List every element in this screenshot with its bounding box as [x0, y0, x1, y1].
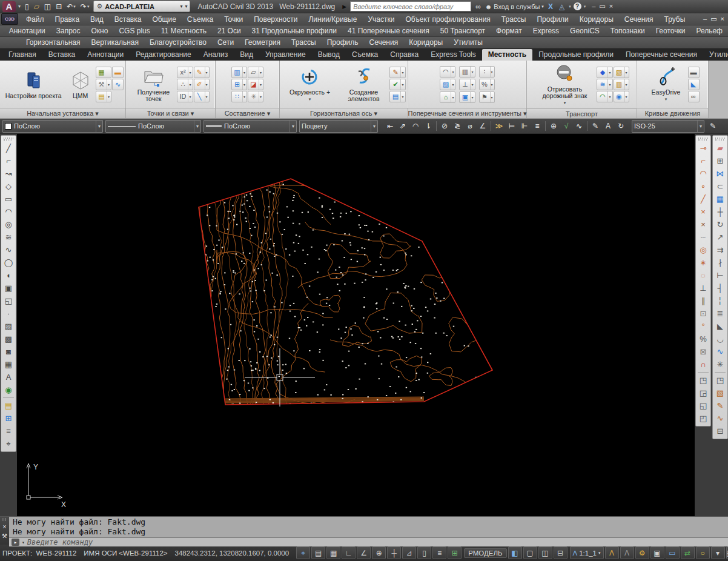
ribbon-tab-1[interactable]: Вставка — [42, 49, 82, 61]
redo-icon-dropdown[interactable]: ▾ — [87, 4, 90, 9]
dim-jogline-icon[interactable]: ∿ — [573, 121, 585, 132]
autodesk360-icon[interactable]: ◬ — [557, 2, 566, 11]
cogo-point-line-icon[interactable]: ⊸ — [697, 142, 710, 154]
draworder-back-icon[interactable]: ◲ — [697, 387, 710, 399]
point-grid-icon-dropdown[interactable]: ▾ — [242, 91, 246, 102]
dim-arc-icon[interactable]: ◠ — [409, 121, 422, 132]
get-points-button[interactable]: Получение точек — [131, 65, 175, 104]
circle-plus-dropdown-icon[interactable]: ▾ — [309, 96, 311, 102]
draworder-bring-front-icon[interactable]: ◳ — [714, 374, 727, 387]
title-expand-arrow-icon[interactable]: ▶ — [342, 4, 346, 10]
axis-draw-edit-icon[interactable]: ✎▾ — [389, 67, 405, 78]
dim-space-icon[interactable]: ≡ — [531, 121, 543, 132]
spline-tool-icon[interactable]: ∿ — [2, 244, 15, 256]
ribbon-tab-13[interactable]: Поперечные сечения — [620, 49, 703, 61]
area-fill-icon[interactable]: ◪▾ — [248, 79, 263, 90]
cogo-split-icon[interactable]: % — [697, 333, 710, 345]
performance-icon[interactable]: ⇄ — [681, 546, 695, 559]
point-draw-icon[interactable]: ✎▾ — [194, 67, 210, 78]
fillet-icon[interactable]: ◡ — [714, 333, 727, 345]
menu-row1-4[interactable]: Общие — [147, 13, 181, 25]
raster-import-icon-dropdown[interactable]: ▾ — [107, 91, 110, 102]
boundary-draw-icon-dropdown[interactable]: ▾ — [259, 67, 262, 78]
plateia-zoom-plan-tool-icon[interactable]: ⌖ — [2, 437, 15, 450]
menu-row1-5[interactable]: Съемка — [182, 13, 219, 25]
marking-lines-icon[interactable]: ≋▾ — [597, 79, 612, 90]
menu-row1-13[interactable]: Коридоры — [574, 13, 619, 25]
plateia-doc-tool-icon[interactable]: ⊞ — [2, 412, 15, 425]
section-import-icon[interactable]: ⌂▾ — [440, 91, 455, 103]
dim-center-icon[interactable]: ⊕ — [548, 121, 560, 132]
dim-ordinate-icon[interactable]: ⇂ — [422, 121, 434, 132]
dim-linear-icon[interactable]: ⇤ — [384, 121, 396, 132]
menu-row2-5[interactable]: 21 Оси — [212, 25, 247, 36]
toolbar-grip[interactable] — [715, 138, 725, 141]
area-fill-icon-dropdown[interactable]: ▾ — [259, 79, 262, 90]
marking-lines-icon-dropdown[interactable]: ▾ — [607, 79, 611, 90]
status-monitor-icon[interactable]: ▭ — [666, 546, 680, 559]
longitudinal-bars-icon[interactable]: ▥▾ — [231, 67, 247, 78]
dim-baseline-icon[interactable]: ⊨ — [506, 121, 518, 132]
point-connect-icon[interactable]: ╲▾ — [194, 91, 210, 102]
linetype-control[interactable]: ПоСлою ▾ — [105, 120, 201, 133]
dtm-button[interactable]: ЦММ — [67, 68, 94, 101]
break-icon[interactable]: ╎ — [714, 294, 727, 307]
turning-path-icon[interactable]: ◣ — [688, 79, 700, 90]
signin-group[interactable]: ☻ Вход в службы ▾ — [485, 3, 544, 10]
command-history[interactable]: Не могу найти файл: Fakt.dwg Не могу най… — [9, 517, 728, 538]
dimstyle-dropdown-icon[interactable]: ▾ — [697, 121, 702, 132]
menu-row1-6[interactable]: Точки — [219, 13, 248, 25]
copy-multiple-icon-dropdown[interactable]: ▾ — [242, 79, 246, 90]
cogo-donut-icon[interactable]: ◎ — [697, 244, 710, 256]
command-window-wrench-icon[interactable]: ⚒ — [2, 533, 7, 539]
menu-row2-1[interactable]: Запрос — [51, 25, 86, 36]
panel-title-initial-setup[interactable]: Начальная установка ▾ — [0, 108, 125, 118]
draworder-above-icon[interactable]: ◱ — [697, 399, 710, 412]
help-button[interactable]: ? — [574, 2, 581, 10]
dim-diameter-icon[interactable]: ⌀ — [464, 121, 476, 132]
dimstyle-edit-icon[interactable]: ✎ — [707, 121, 719, 132]
create-elements-button[interactable]: Создание элементов — [339, 65, 388, 104]
application-menu-arrow-icon[interactable]: ▾ — [18, 4, 21, 9]
copy-multiple-icon[interactable]: ⊞▾ — [231, 79, 247, 90]
model-space-button[interactable]: РМОДЕЛЬ — [464, 548, 506, 558]
new-file-icon[interactable]: ▯ — [23, 1, 31, 12]
menu-row2-7[interactable]: 41 Поперечные сечения — [342, 25, 435, 36]
mirror-icon[interactable]: ⋈ — [714, 167, 727, 180]
road-surface-icon[interactable]: ▧▾ — [614, 67, 629, 78]
axis-draw-edit-icon-dropdown[interactable]: ▾ — [400, 67, 404, 78]
menu-row3-4[interactable]: Геометрия — [239, 37, 286, 48]
section-percent-icon-dropdown[interactable]: ▾ — [490, 79, 494, 90]
hatch-tool-icon[interactable]: ▨ — [2, 320, 15, 333]
ribbon-tab-3[interactable]: Редактирование — [130, 49, 197, 61]
axis-verify-icon[interactable]: ✔▾ — [389, 79, 405, 90]
annotation-scale-control[interactable]: Λ 1:1_1 ▾ — [570, 546, 604, 559]
ribbon-tab-5[interactable]: Вид — [234, 49, 259, 61]
command-window-grip[interactable] — [2, 518, 7, 521]
search-input[interactable] — [350, 1, 471, 12]
menu-row3-1[interactable]: Вертикальная — [86, 37, 145, 48]
point-draw-icon-dropdown[interactable]: ▾ — [205, 67, 208, 78]
curve-radius-icon[interactable]: ◠▾ — [597, 91, 612, 102]
ribbon-tab-4[interactable]: Анализ — [197, 49, 234, 61]
spline-edit-icon[interactable]: ∿ — [714, 412, 727, 425]
net-3d-icon-dropdown[interactable]: ▾ — [259, 91, 262, 102]
guardrail-icon[interactable]: ▥▾ — [614, 79, 629, 90]
section-curve-icon[interactable]: ◠▾ — [440, 66, 455, 78]
object-snap-icon[interactable]: ⊕ — [372, 546, 386, 559]
section-xy-icon[interactable]: ∶▾ — [479, 66, 495, 78]
menu-row2-10[interactable]: Express — [528, 25, 564, 36]
section-flag-icon-dropdown[interactable]: ▾ — [490, 92, 494, 102]
plateia-ruler-tool-icon[interactable]: ▤ — [2, 399, 15, 412]
menu-row2-13[interactable]: Геоточки — [650, 25, 691, 36]
plotstyle-dropdown-icon[interactable]: ▾ — [371, 121, 376, 132]
extend-icon[interactable]: ⊢ — [714, 269, 727, 282]
cogo-parallel-icon[interactable]: ∥ — [697, 294, 710, 307]
menu-row1-0[interactable]: Файл — [21, 13, 50, 25]
panel-title-composition[interactable]: Составление ▾ — [216, 108, 279, 118]
attribute-edit-icon[interactable]: ⊟ — [714, 425, 727, 437]
line-tool-icon[interactable]: ╱ — [2, 142, 15, 154]
toolbar-grip[interactable] — [4, 138, 13, 141]
mtext-tool-icon[interactable]: A — [2, 371, 15, 383]
boundary-draw-icon[interactable]: ▱▾ — [248, 67, 263, 78]
